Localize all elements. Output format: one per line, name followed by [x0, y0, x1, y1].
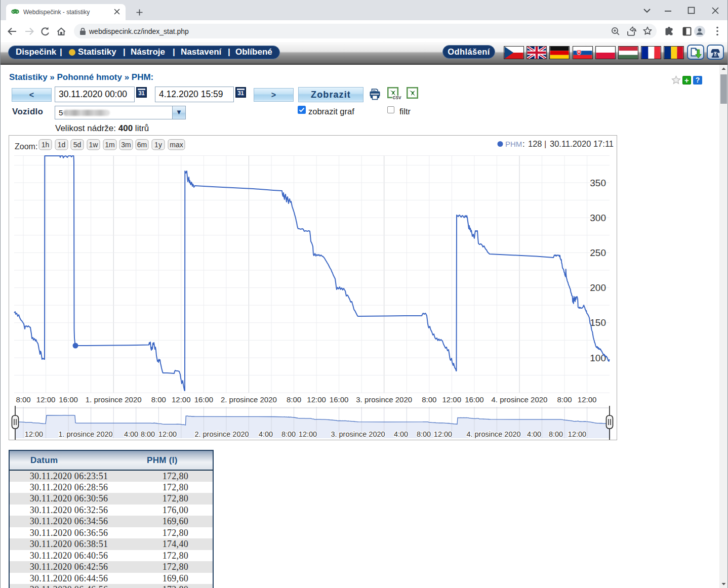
svg-text:8:00: 8:00: [422, 395, 436, 404]
svg-text:8:00: 8:00: [141, 430, 155, 438]
svg-text:12:00: 12:00: [307, 395, 326, 404]
svg-text:12:00: 12:00: [568, 430, 586, 438]
svg-text:12:00: 12:00: [172, 395, 191, 404]
svg-text:12:00: 12:00: [299, 430, 317, 438]
svg-text:12:00: 12:00: [442, 395, 462, 404]
svg-text:PHM: PHM: [505, 140, 522, 148]
svg-text:3. prosince 2020: 3. prosince 2020: [356, 395, 412, 404]
svg-text:150: 150: [590, 317, 606, 328]
svg-text:12:00: 12:00: [25, 430, 43, 438]
svg-text::: :: [522, 139, 525, 148]
svg-text:4. prosince 2020: 4. prosince 2020: [466, 430, 520, 438]
svg-text:|: |: [544, 139, 546, 148]
svg-text:8:00: 8:00: [151, 395, 166, 404]
svg-text:8:00: 8:00: [16, 395, 30, 404]
svg-text:4:00: 4:00: [259, 430, 273, 438]
svg-text:8:00: 8:00: [281, 430, 296, 438]
svg-text:12:00: 12:00: [434, 430, 452, 438]
svg-text:4:00: 4:00: [527, 430, 541, 438]
svg-text:1. prosince 2020: 1. prosince 2020: [86, 395, 142, 404]
svg-text:200: 200: [590, 282, 606, 293]
svg-text:8:00: 8:00: [557, 395, 572, 404]
svg-text:1y: 1y: [154, 141, 162, 149]
svg-text:1. prosince 2020: 1. prosince 2020: [58, 430, 112, 438]
svg-text:8:00: 8:00: [549, 430, 563, 438]
svg-text:350: 350: [590, 178, 606, 188]
svg-text:2. prosince 2020: 2. prosince 2020: [194, 430, 249, 438]
svg-text:4. prosince 2020: 4. prosince 2020: [492, 395, 548, 404]
svg-text:1h: 1h: [42, 141, 50, 149]
svg-text:12:00: 12:00: [158, 430, 177, 438]
svg-text:31: 31: [237, 90, 244, 96]
svg-text:3. prosince 2020: 3. prosince 2020: [331, 430, 385, 438]
svg-text:1w: 1w: [89, 141, 99, 149]
svg-text:128: 128: [528, 139, 542, 148]
svg-text:30.11.2020 17:11: 30.11.2020 17:11: [550, 139, 614, 148]
svg-text:3m: 3m: [121, 141, 131, 149]
svg-text:CSV: CSV: [393, 96, 401, 100]
svg-text:5d: 5d: [73, 141, 82, 149]
svg-text:2. prosince 2020: 2. prosince 2020: [221, 395, 277, 404]
svg-text:4:00: 4:00: [394, 430, 408, 438]
svg-text:4:00: 4:00: [124, 430, 138, 438]
svg-text:12:00: 12:00: [578, 395, 597, 404]
svg-text:16:00: 16:00: [465, 395, 484, 404]
svg-text:1d: 1d: [58, 141, 66, 149]
svg-text:300: 300: [590, 213, 606, 223]
svg-text:Zoom:: Zoom:: [15, 142, 37, 151]
svg-text:8:00: 8:00: [287, 395, 301, 404]
svg-text:31: 31: [138, 90, 144, 96]
svg-text:1m: 1m: [105, 141, 114, 149]
svg-text:8:00: 8:00: [417, 430, 431, 438]
svg-text:max: max: [170, 141, 183, 149]
svg-text:16:00: 16:00: [59, 395, 78, 404]
svg-text:250: 250: [590, 247, 606, 258]
svg-text:16:00: 16:00: [194, 395, 214, 404]
svg-text:16:00: 16:00: [330, 395, 349, 404]
svg-text:12:00: 12:00: [36, 395, 56, 404]
svg-text:6m: 6m: [137, 141, 147, 149]
